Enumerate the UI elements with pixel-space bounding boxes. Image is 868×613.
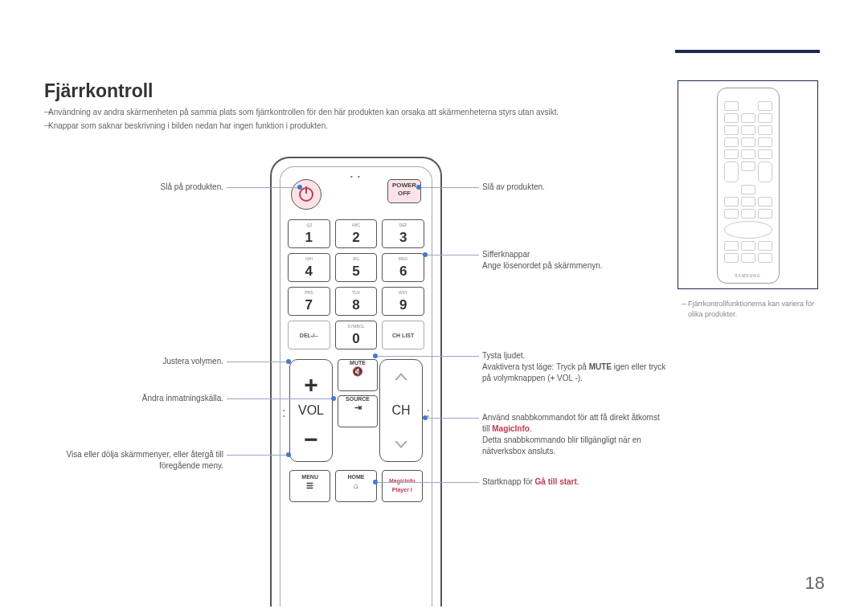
mini-brand: SAMSUNG bbox=[718, 273, 779, 278]
key-4[interactable]: GHI4 bbox=[288, 253, 330, 282]
leader bbox=[227, 362, 286, 362]
callout-volume: Justera volymen. bbox=[80, 356, 223, 367]
volume-down-icon: − bbox=[290, 426, 332, 453]
digit-keypad: .QZ1 ABC2 DEF3 GHI4 JKL5 MNO6 PRS7 TUV8 … bbox=[288, 219, 424, 349]
key-3[interactable]: DEF3 bbox=[382, 219, 424, 248]
mini-key bbox=[724, 253, 739, 263]
power-off-line1: POWER bbox=[388, 182, 420, 190]
ir-emitter-dots: • • bbox=[350, 173, 362, 180]
leader bbox=[227, 398, 331, 399]
callout-magic-2: Detta snabbkommando blir tillgängligt nä… bbox=[482, 435, 641, 456]
mini-key bbox=[758, 209, 772, 219]
mini-key bbox=[724, 161, 739, 182]
channel-label: CH bbox=[380, 403, 422, 418]
leader-dot bbox=[423, 252, 428, 257]
mini-key bbox=[724, 241, 739, 251]
mute-icon: 🔇 bbox=[338, 366, 377, 377]
mini-key bbox=[758, 241, 772, 251]
mini-key bbox=[724, 209, 739, 219]
key-2[interactable]: ABC2 bbox=[335, 219, 378, 248]
volume-rocker[interactable]: + VOL − bbox=[289, 359, 333, 462]
menu-icon: ☰ bbox=[290, 481, 330, 490]
callout-magicinfo: Använd snabbkommandot för att få direkt … bbox=[482, 412, 667, 457]
callout-power-on: Slå på produkten. bbox=[80, 182, 223, 193]
key-symbol-0[interactable]: SYMBOL0 bbox=[335, 321, 378, 349]
source-button[interactable]: SOURCE ⇥ bbox=[338, 395, 378, 427]
mute-button[interactable]: MUTE 🔇 bbox=[338, 359, 378, 391]
menu-label: MENU bbox=[290, 474, 330, 480]
channel-down-icon bbox=[395, 441, 407, 448]
mini-key bbox=[758, 113, 772, 123]
leader bbox=[428, 255, 479, 255]
key-7[interactable]: PRS7 bbox=[288, 287, 330, 316]
key-8[interactable]: TUV8 bbox=[335, 287, 378, 316]
mini-key bbox=[724, 125, 739, 135]
mini-key bbox=[758, 253, 772, 263]
mini-key bbox=[741, 209, 755, 219]
mini-key bbox=[724, 197, 739, 206]
magicinfo-line1: MagicInfo bbox=[383, 476, 422, 485]
home-button[interactable]: HOME ⌂ bbox=[335, 470, 376, 502]
callout-source: Ändra inmatningskälla. bbox=[80, 393, 223, 404]
leader-dot bbox=[373, 353, 378, 358]
leader bbox=[428, 418, 479, 419]
key-1[interactable]: .QZ1 bbox=[288, 219, 330, 248]
callout-home-a: Startknapp för bbox=[482, 477, 535, 486]
leader-dot bbox=[286, 452, 291, 457]
mini-key bbox=[758, 137, 772, 147]
page-number: 18 bbox=[805, 573, 825, 594]
magicinfo-line2: Player I bbox=[383, 485, 422, 494]
note-2: Knappar som saknar beskrivning i bilden … bbox=[48, 121, 328, 130]
remote-control: • • POWER OFF .QZ1 ABC2 DEF3 GHI4 JKL5 M… bbox=[270, 157, 442, 607]
key-chlist[interactable]: CH LIST bbox=[382, 321, 424, 349]
callout-digits-2: Ange lösenordet på skärmmenyn. bbox=[482, 261, 603, 270]
channel-rocker[interactable]: CH bbox=[379, 359, 423, 462]
mini-key bbox=[758, 197, 772, 206]
mini-remote-keys bbox=[724, 101, 772, 263]
power-off-line2: OFF bbox=[388, 190, 420, 198]
mini-key bbox=[741, 137, 755, 147]
top-rule bbox=[675, 50, 820, 53]
mini-key bbox=[724, 137, 739, 147]
key-5[interactable]: JKL5 bbox=[335, 253, 378, 282]
source-icon: ⇥ bbox=[338, 403, 377, 413]
mini-note: Fjärrkontrollfunktionerna kan variera fö… bbox=[688, 299, 825, 320]
callout-magic-accent: MagicInfo bbox=[492, 424, 530, 433]
home-label: HOME bbox=[336, 474, 375, 480]
callout-home-c: . bbox=[577, 477, 579, 486]
mini-key bbox=[741, 197, 755, 206]
magicinfo-button[interactable]: MagicInfo Player I bbox=[382, 470, 423, 502]
leader bbox=[227, 455, 286, 456]
note-1: Användning av andra skärmenheten på samm… bbox=[48, 108, 559, 116]
mini-key bbox=[741, 149, 755, 159]
page-title: Fjärrkontroll bbox=[44, 80, 153, 102]
menu-button[interactable]: MENU ☰ bbox=[289, 470, 330, 502]
callout-mute-1: Tysta ljudet. bbox=[482, 351, 525, 360]
callout-mute-bold: MUTE bbox=[589, 362, 612, 371]
key-9[interactable]: WXY9 bbox=[382, 287, 424, 316]
key-del[interactable]: DEL-/-- bbox=[288, 321, 330, 349]
callout-power-off: Slå av produkten. bbox=[482, 182, 659, 193]
mini-key bbox=[741, 113, 755, 123]
callout-mute-2a: Avaktivera tyst läge: Tryck på bbox=[482, 362, 589, 371]
mini-key bbox=[758, 149, 772, 159]
callout-digits: Sifferknappar Ange lösenordet på skärmme… bbox=[482, 249, 659, 272]
mini-key bbox=[724, 113, 739, 123]
mute-label: MUTE bbox=[338, 360, 377, 366]
mini-key bbox=[741, 125, 755, 135]
mini-key bbox=[741, 161, 755, 171]
power-on-button[interactable] bbox=[291, 179, 321, 210]
leader-dot bbox=[331, 396, 336, 401]
mini-remote: SAMSUNG bbox=[717, 88, 780, 284]
mini-dpad bbox=[724, 221, 772, 239]
callout-mute: Tysta ljudet. Avaktivera tyst läge: Tryc… bbox=[482, 350, 667, 384]
callout-menu: Visa eller dölja skärmmenyer, eller åter… bbox=[48, 449, 223, 472]
volume-label: VOL bbox=[290, 403, 332, 418]
side-dots-left: •• bbox=[283, 407, 285, 419]
leader bbox=[378, 482, 479, 483]
key-6[interactable]: MNO6 bbox=[382, 253, 424, 282]
callout-home: Startknapp för Gå till start. bbox=[482, 476, 667, 488]
power-off-button[interactable]: POWER OFF bbox=[387, 179, 421, 203]
leader bbox=[378, 356, 479, 357]
bottom-row: MENU ☰ HOME ⌂ MagicInfo Player I bbox=[289, 470, 423, 502]
